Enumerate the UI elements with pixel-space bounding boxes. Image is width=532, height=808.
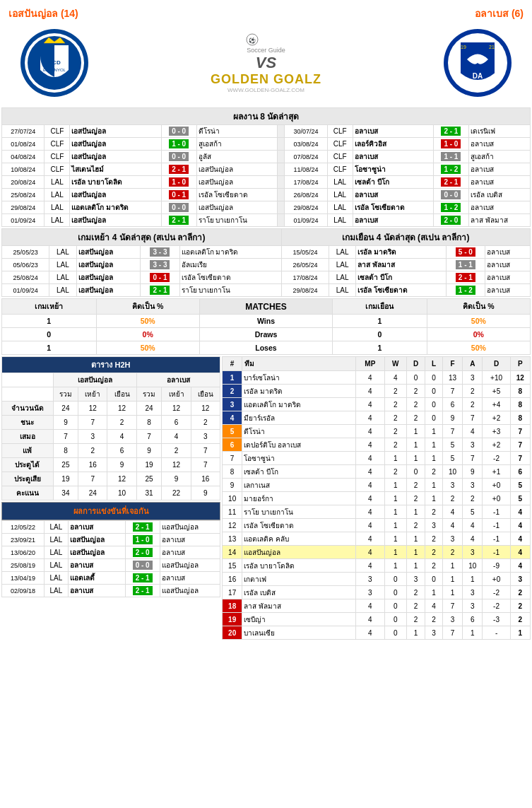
- last4-row: 01/09/24 LAL เอสปันญ่อล 2 - 1 ราโย บาเยก…: [2, 284, 531, 297]
- last4-row: 05/06/23 LAL เอสปันญ่อล 3 - 3 อัลเมเรีย …: [2, 259, 531, 271]
- alaves-logo: DA ALAVÉS 19 21: [439, 24, 516, 102]
- h2h-data-row: คะแนน 34241031229: [2, 486, 220, 500]
- league-row: 15 เรอัล บายาโดลิด 4 1 1 2 1 10 -9 4: [223, 559, 531, 573]
- league-row: 9 เลกาเนส 4 1 2 1 3 3 +0 5: [223, 479, 531, 492]
- league-row: 11 ราโย บาเยกาโน 4 1 1 2 4 5 -1 4: [223, 505, 531, 519]
- h2h-result-row: 02/09/18 LAL อลาเบส 2 - 1 แอสปันญ่อล: [2, 585, 220, 597]
- team-right-title: อลาเบส (6): [475, 6, 524, 21]
- recent-match-row: 10/08/24 CLF ไสเตนไฮม์ 2 - 1 เอสปันญ่อล …: [2, 163, 531, 176]
- svg-text:⚽: ⚽: [249, 37, 256, 44]
- vs-label: VS: [256, 54, 276, 72]
- last4-row: 25/08/24 LAL เอสปันญ่อล 0 - 1 เรอัล โซเซ…: [2, 271, 531, 284]
- h2h-data-row: ประตูได้ 2516919127: [2, 458, 220, 472]
- team-left-title: เอสปันญ่อล (14): [8, 6, 78, 21]
- vs-section: ⚽ Soccer Guide VS GOLDEN GOALZ WWW.GOLDE…: [211, 33, 321, 93]
- league-row: 4 มียาร์เรอัล 4 2 2 0 9 7 +2 8: [223, 411, 531, 425]
- league-row: 8 เซลต้า บีโก 4 2 0 2 10 9 +1 6: [223, 465, 531, 479]
- recent-match-row: 01/09/24 LAL เอสปันญ่อล 2 - 1 ราโย บาเยก…: [2, 214, 531, 227]
- stats-row: 1 50% Loses 1 50%: [2, 341, 531, 355]
- h2h-section: ตาราง H2H เอสปันญ่อล อลาเบส รวม เหย้า เย…: [1, 356, 220, 640]
- league-row: 2 เรอัล มาดริด 4 2 2 0 7 2 +5 8: [223, 385, 531, 398]
- stats-row: 0 0% Draws 0 0%: [2, 328, 531, 341]
- h2h-data-row: ชนะ 972862: [2, 416, 220, 430]
- league-row: 16 เกตาเฟ 3 0 3 0 1 1 +0 3: [223, 573, 531, 586]
- h2h-header: ตาราง H2H: [2, 357, 220, 373]
- h2h-result-row: 12/05/22 LAL อลาเบส 2 - 1 แอสปันญ่อล: [2, 521, 220, 534]
- league-row: 18 ลาส พัลมาส 4 0 2 4 7 3 -2 2: [223, 599, 531, 613]
- svg-text:ALAVÉS: ALAVÉS: [470, 81, 486, 85]
- recent8-header: ผลงาน 8 นัดล่าสุด: [2, 108, 531, 125]
- svg-text:19: 19: [461, 45, 466, 49]
- svg-text:RCD: RCD: [48, 59, 61, 66]
- svg-text:ESPANYOL: ESPANYOL: [43, 68, 66, 72]
- league-row: 13 แอตเลติค คลับ 4 1 1 2 3 4 -1 4: [223, 532, 531, 546]
- league-row: 19 เซบีญ่า 4 0 2 2 3 6 -3 2: [223, 613, 531, 626]
- brand-sub: WWW.GOLDEN-GOALZ.COM: [227, 87, 305, 93]
- brand-name: GOLDEN GOALZ: [211, 72, 321, 87]
- recent-match-row: 29/08/24 LAL แอตเลติโก มาดริด 0 - 0 เอสป…: [2, 201, 531, 214]
- espanyol-logo: RCD ESPANYOL: [16, 24, 93, 102]
- league-row: 14 แอสปันญ่อล 4 1 1 2 2 3 -1 4: [223, 546, 531, 559]
- last4-left-header: เกมเหย้า 4 นัดล่าสุด (สเปน ลาลีกา): [2, 229, 282, 246]
- h2h-data-row: เสมอ 734743: [2, 430, 220, 444]
- stats-row: 1 50% Wins 1 50%: [2, 315, 531, 328]
- last4-row: 25/05/23 LAL เอสปันญ่อล 3 - 3 แอตเลติโก …: [2, 246, 531, 259]
- h2h-data-row: จำนวนนัด 241212241212: [2, 402, 220, 416]
- last4-right-header: เกมเยือน 4 นัดล่าสุด (สเปน ลาลีกา): [281, 229, 530, 246]
- svg-text:DA: DA: [473, 72, 483, 80]
- league-table-section: # ทีม MPWDLFADP 1 บาร์เซโลน่า 4 4 0 0 13…: [222, 356, 531, 640]
- h2h-result-row: 13/06/20 LAL เอสปันญ่อล 2 - 0 อลาเบส: [2, 546, 220, 559]
- h2h-result-row: 13/04/19 LAL แอตเลตี้ 2 - 1 อลาเบส: [2, 572, 220, 585]
- league-row: 5 ดีโรน่า 4 2 1 1 7 4 +3 7: [223, 425, 531, 438]
- brand-soccer: Soccer Guide: [247, 47, 285, 54]
- svg-text:21: 21: [489, 45, 495, 49]
- recent-match-row: 20/08/24 LAL เรอัล บายาโดลิด 1 - 0 เอสปั…: [2, 176, 531, 189]
- league-row: 12 เรอัล โซเซียดาด 4 1 2 3 4 4 -1 4: [223, 519, 531, 532]
- league-row: 17 เรอัล เบติส 3 0 2 1 1 3 -2 2: [223, 586, 531, 599]
- league-row: 20 บาเลนเซีย 4 0 1 3 7 1 - 1: [223, 626, 531, 640]
- h2h-result-row: 25/08/19 LAL อลาเบส 0 - 0 แอสปันญ่อล: [2, 559, 220, 572]
- recent-match-row: 01/08/24 CLF เอสปันญ่อล 1 - 0 สูเอสก้า 0…: [2, 138, 531, 151]
- league-row: 1 บาร์เซโลน่า 4 4 0 0 13 3 +10 12: [223, 371, 531, 385]
- recent-match-row: 27/07/24 CLF เอสปันญ่อล 0 - 0 ดีโรน่า 30…: [2, 125, 531, 138]
- h2h-data-row: แพ้ 826927: [2, 444, 220, 458]
- h2h-result-row: 23/09/21 LAL เอสปันญ่อล 1 - 0 อลาเบส: [2, 534, 220, 546]
- recent-match-row: 25/08/24 LAL เอสปันญ่อล 0 - 1 เรอัล โซเซ…: [2, 189, 531, 201]
- h2h-data-row: ประตูเสีย 1971225916: [2, 472, 220, 486]
- league-row: 10 มายอร์กา 4 1 2 1 2 2 +0 5: [223, 492, 531, 505]
- h2h-results-header: ผลการแข่งขันที่เจอกัน: [1, 502, 220, 520]
- league-row: 3 แอตเลติโก มาดริด 4 2 2 0 6 2 +4 8: [223, 398, 531, 411]
- recent-match-row: 04/08/24 CLF เอสปันญ่อล 0 - 0 อูลัส 07/0…: [2, 151, 531, 163]
- league-row: 6 เดปอร์ติโบ อลาเบส 4 2 1 1 5 3 +2 7: [223, 438, 531, 452]
- league-row: 7 โอซาซูน่า 4 1 1 1 5 7 -2 7: [223, 452, 531, 465]
